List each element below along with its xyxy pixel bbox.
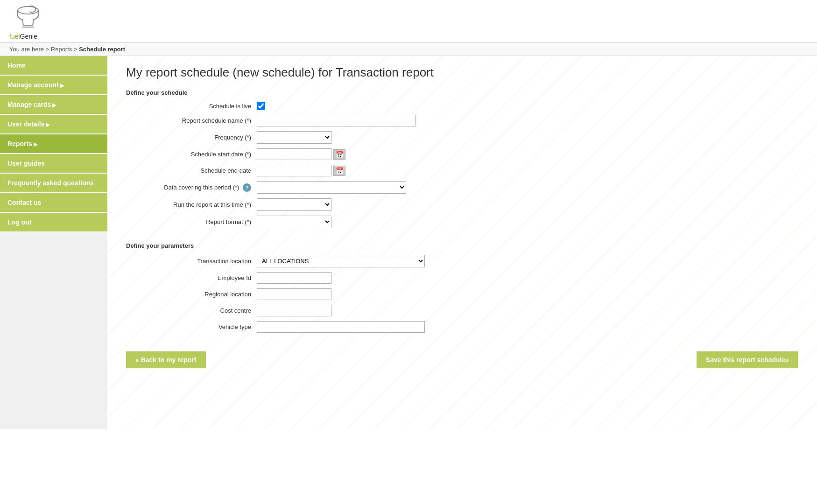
- sidebar-item-manage-account[interactable]: Manage account: [0, 76, 107, 95]
- report-schedule-name-row: Report schedule name (*): [126, 115, 798, 126]
- regional-location-input[interactable]: [257, 288, 331, 300]
- report-schedule-name-input[interactable]: [257, 115, 416, 126]
- define-schedule-label: Define your schedule: [126, 89, 798, 96]
- regional-location-row: Regional location: [126, 288, 798, 300]
- main-content: My report schedule (new schedule) for Tr…: [107, 56, 817, 429]
- transaction-location-select[interactable]: ALL LOCATIONS Location 1 Location 2: [257, 255, 425, 267]
- sidebar-item-reports[interactable]: Reports: [0, 134, 107, 154]
- define-parameters-label: Define your parameters: [126, 242, 798, 249]
- data-covering-row: Data covering this period (*) ? Last 7 d…: [126, 181, 798, 194]
- footer-buttons: « Back to my report Save this report sch…: [126, 347, 798, 368]
- run-report-label: Run the report at this time (*): [126, 201, 257, 208]
- regional-location-label: Regional location: [126, 291, 257, 298]
- logo-genie: Genie: [20, 33, 37, 40]
- vehicle-type-input[interactable]: [257, 321, 425, 333]
- calendar-start-icon[interactable]: 📅: [333, 149, 345, 160]
- report-format-select[interactable]: CSV PDF Excel: [257, 216, 331, 228]
- transaction-location-row: Transaction location ALL LOCATIONS Locat…: [126, 255, 798, 267]
- schedule-is-live-row: Schedule is live: [126, 102, 798, 110]
- schedule-start-date-label: Schedule start date (*): [126, 151, 257, 158]
- sidebar-item-user-details[interactable]: User details: [0, 115, 107, 134]
- data-covering-select[interactable]: Last 7 days Last 30 days Last month Last…: [257, 181, 406, 194]
- employee-id-label: Employee Id: [126, 274, 257, 281]
- breadcrumb-prefix: You are here > Reports >: [9, 46, 79, 53]
- define-schedule-section: Define your schedule Schedule is live Re…: [126, 89, 798, 228]
- report-format-row: Report format (*) CSV PDF Excel: [126, 216, 798, 228]
- schedule-end-date-wrapper: 📅: [257, 165, 345, 176]
- data-covering-help-icon[interactable]: ?: [243, 183, 251, 192]
- logo-fuel: fuel: [9, 33, 20, 40]
- schedule-end-date-label: Schedule end date: [126, 167, 257, 174]
- vehicle-type-row: Vehicle type: [126, 321, 798, 333]
- page-title: My report schedule (new schedule) for Tr…: [126, 65, 798, 80]
- report-format-label: Report format (*): [126, 218, 257, 225]
- run-report-row: Run the report at this time (*) 00:00 06…: [126, 198, 798, 211]
- breadcrumb-current: Schedule report: [79, 46, 125, 53]
- calendar-end-icon[interactable]: 📅: [333, 166, 345, 176]
- schedule-start-date-input[interactable]: [257, 148, 331, 160]
- run-report-select[interactable]: 00:00 06:00 12:00 18:00: [257, 198, 331, 211]
- employee-id-row: Employee Id: [126, 272, 798, 284]
- sidebar-item-user-guides[interactable]: User guides: [0, 154, 107, 174]
- logo: fuelGenie: [9, 5, 47, 40]
- sidebar-item-contact-us[interactable]: Contact us: [0, 193, 107, 213]
- schedule-start-date-wrapper: 📅: [257, 148, 345, 160]
- frequency-label: Frequency (*): [126, 134, 257, 141]
- back-button[interactable]: « Back to my report: [126, 351, 206, 368]
- save-button[interactable]: Save this report schedule»: [697, 351, 798, 368]
- sidebar-item-log-out[interactable]: Log out: [0, 213, 107, 232]
- schedule-is-live-checkbox[interactable]: [257, 102, 265, 110]
- cost-centre-label: Cost centre: [126, 307, 257, 314]
- transaction-location-label: Transaction location: [126, 258, 257, 265]
- cost-centre-row: Cost centre: [126, 305, 798, 316]
- logo-icon: [9, 5, 47, 33]
- data-covering-label: Data covering this period (*) ?: [126, 183, 257, 192]
- schedule-start-date-row: Schedule start date (*) 📅: [126, 148, 798, 160]
- header: fuelGenie: [0, 0, 817, 43]
- sidebar-item-home[interactable]: Home: [0, 56, 107, 76]
- cost-centre-input[interactable]: [257, 305, 331, 316]
- schedule-is-live-label: Schedule is live: [126, 103, 257, 110]
- report-schedule-name-label: Report schedule name (*): [126, 117, 257, 124]
- schedule-end-date-row: Schedule end date 📅: [126, 165, 798, 176]
- layout: Home Manage account Manage cards User de…: [0, 56, 817, 429]
- vehicle-type-label: Vehicle type: [126, 323, 257, 330]
- sidebar-item-faq[interactable]: Frequently asked questions: [0, 174, 107, 193]
- frequency-select[interactable]: Daily Weekly Monthly: [257, 131, 331, 144]
- frequency-row: Frequency (*) Daily Weekly Monthly: [126, 131, 798, 144]
- breadcrumb: You are here > Reports > Schedule report: [0, 43, 817, 56]
- logo-text: fuelGenie: [9, 33, 37, 40]
- schedule-end-date-input[interactable]: [257, 165, 331, 176]
- employee-id-input[interactable]: [257, 272, 331, 284]
- sidebar: Home Manage account Manage cards User de…: [0, 56, 107, 429]
- define-parameters-section: Define your parameters Transaction locat…: [126, 242, 798, 333]
- sidebar-item-manage-cards[interactable]: Manage cards: [0, 95, 107, 115]
